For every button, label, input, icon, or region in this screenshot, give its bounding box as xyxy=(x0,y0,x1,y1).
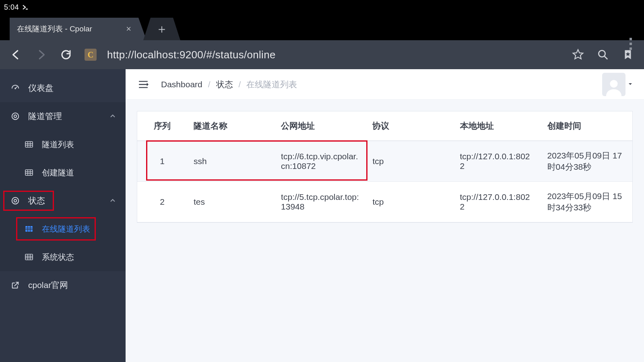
svg-rect-5 xyxy=(25,142,33,147)
grid-icon xyxy=(23,169,35,177)
star-bookmark-icon[interactable] xyxy=(569,46,587,64)
search-icon[interactable] xyxy=(594,46,612,64)
cell-proto: tcp xyxy=(366,182,453,222)
sidebar-item-label: 系统状态 xyxy=(42,252,74,263)
browser-toolbar: C http://localhost:9200/#/status/online xyxy=(0,40,644,69)
table-card: 序列 隧道名称 公网地址 协议 本地地址 创建时间 1 ssh tcp://6. xyxy=(137,111,633,223)
breadcrumb-separator: / xyxy=(239,80,241,89)
sidebar-item-label: 创建隧道 xyxy=(42,167,74,178)
tab-strip: 在线隧道列表 - Cpolar × ＋ xyxy=(0,14,644,40)
tunnel-table: 序列 隧道名称 公网地址 协议 本地地址 创建时间 1 ssh tcp://6. xyxy=(137,111,632,222)
svg-point-1 xyxy=(599,50,605,57)
sidebar: 仪表盘 隧道管理 隧道列表 创建隧 xyxy=(0,69,126,362)
sidebar-item-dashboard[interactable]: 仪表盘 xyxy=(0,74,126,102)
bookmarks-icon[interactable] xyxy=(619,46,637,64)
svg-point-7 xyxy=(12,197,19,204)
breadcrumb-current: 在线隧道列表 xyxy=(246,79,297,90)
table-row[interactable]: 1 ssh tcp://6.tcp.vip.cpolar.cn:10872 tc… xyxy=(137,141,632,182)
grid-icon xyxy=(23,253,35,261)
forward-button[interactable] xyxy=(32,46,50,64)
avatar[interactable] xyxy=(602,73,625,96)
cell-name: tes xyxy=(187,182,275,222)
sidebar-subitem-system-status[interactable]: 系统状态 xyxy=(0,243,126,271)
svg-point-11 xyxy=(610,80,617,87)
cell-seq: 2 xyxy=(137,182,187,222)
chevron-up-icon xyxy=(109,113,116,119)
reload-button[interactable] xyxy=(57,46,75,64)
cell-public: tcp://6.tcp.vip.cpolar.cn:10872 xyxy=(275,141,366,182)
content-area: Dashboard / 状态 / 在线隧道列表 xyxy=(126,69,644,362)
col-local: 本地地址 xyxy=(454,111,541,141)
new-tab-button[interactable]: ＋ xyxy=(151,18,173,40)
breadcrumb-link-dashboard[interactable]: Dashboard xyxy=(161,80,202,89)
breadcrumb-separator: / xyxy=(208,80,211,89)
browser-tab[interactable]: 在线隧道列表 - Cpolar × xyxy=(10,18,138,40)
back-button[interactable] xyxy=(7,46,25,64)
os-status-bar: 5:04 xyxy=(0,0,644,14)
sidebar-item-label: 状态 xyxy=(28,195,45,206)
browser-menu-icon[interactable] xyxy=(630,38,632,50)
page: 仪表盘 隧道管理 隧道列表 创建隧 xyxy=(0,69,644,362)
sidebar-subitem-tunnel-list[interactable]: 隧道列表 xyxy=(0,130,126,158)
sidebar-item-label: cpolar官网 xyxy=(28,280,68,291)
cell-local: tcp://127.0.0.1:8022 xyxy=(454,182,541,222)
svg-point-3 xyxy=(12,113,19,120)
grid-icon xyxy=(23,225,35,233)
close-tab-icon[interactable]: × xyxy=(126,25,131,33)
sidebar-item-label: 在线隧道列表 xyxy=(42,224,90,234)
col-name: 隧道名称 xyxy=(187,111,275,141)
svg-rect-0 xyxy=(26,9,28,10)
sidebar-item-cpolar-site[interactable]: cpolar官网 xyxy=(0,271,126,299)
col-public: 公网地址 xyxy=(275,111,366,141)
breadcrumb-link-status[interactable]: 状态 xyxy=(216,79,233,90)
clock-time: 5:04 xyxy=(4,3,19,12)
content-topbar: Dashboard / 状态 / 在线隧道列表 xyxy=(126,69,644,100)
gauge-icon xyxy=(10,84,21,93)
drawer-toggle-icon[interactable] xyxy=(137,78,150,91)
svg-rect-10 xyxy=(25,254,33,260)
svg-point-4 xyxy=(14,115,17,117)
cell-seq: 1 xyxy=(137,141,187,182)
external-link-icon xyxy=(10,281,21,290)
site-favicon: C xyxy=(85,49,97,61)
caret-down-icon[interactable] xyxy=(628,81,633,88)
terminal-prompt-icon xyxy=(22,4,29,10)
sidebar-subitem-create-tunnel[interactable]: 创建隧道 xyxy=(0,158,126,187)
sidebar-item-tunnel-mgmt[interactable]: 隧道管理 xyxy=(0,102,126,130)
grid-icon xyxy=(23,140,35,148)
sidebar-item-label: 仪表盘 xyxy=(28,82,54,94)
table-header-row: 序列 隧道名称 公网地址 协议 本地地址 创建时间 xyxy=(137,111,632,141)
svg-rect-6 xyxy=(25,170,33,175)
plus-icon: ＋ xyxy=(156,21,168,37)
cell-created: 2023年05月09日 15时34分33秒 xyxy=(541,182,632,222)
col-proto: 协议 xyxy=(366,111,453,141)
col-created: 创建时间 xyxy=(541,111,632,141)
chevron-up-icon xyxy=(109,197,116,204)
sidebar-item-label: 隧道管理 xyxy=(28,111,62,122)
lifebuoy-icon xyxy=(10,196,21,205)
svg-rect-9 xyxy=(25,226,33,232)
sidebar-subitem-online-tunnel-list[interactable]: 在线隧道列表 xyxy=(0,215,126,243)
sidebar-item-label: 隧道列表 xyxy=(42,139,74,150)
tab-title: 在线隧道列表 - Cpolar xyxy=(17,24,122,34)
cell-name: ssh xyxy=(187,141,275,182)
lifebuoy-icon xyxy=(10,112,21,121)
table-row[interactable]: 2 tes tcp://5.tcp.cpolar.top:13948 tcp t… xyxy=(137,182,632,222)
cell-created: 2023年05月09日 17时04分38秒 xyxy=(541,141,632,182)
svg-point-8 xyxy=(14,200,17,202)
cell-public: tcp://5.tcp.cpolar.top:13948 xyxy=(275,182,366,222)
col-seq: 序列 xyxy=(137,111,187,141)
browser-chrome: 在线隧道列表 - Cpolar × ＋ C http://localhost:9… xyxy=(0,14,644,69)
breadcrumb: Dashboard / 状态 / 在线隧道列表 xyxy=(161,79,297,90)
cell-proto: tcp xyxy=(366,141,453,182)
sidebar-item-status[interactable]: 状态 xyxy=(0,187,126,215)
address-bar[interactable]: http://localhost:9200/#/status/online xyxy=(104,49,562,61)
cell-local: tcp://127.0.0.1:8022 xyxy=(454,141,541,182)
